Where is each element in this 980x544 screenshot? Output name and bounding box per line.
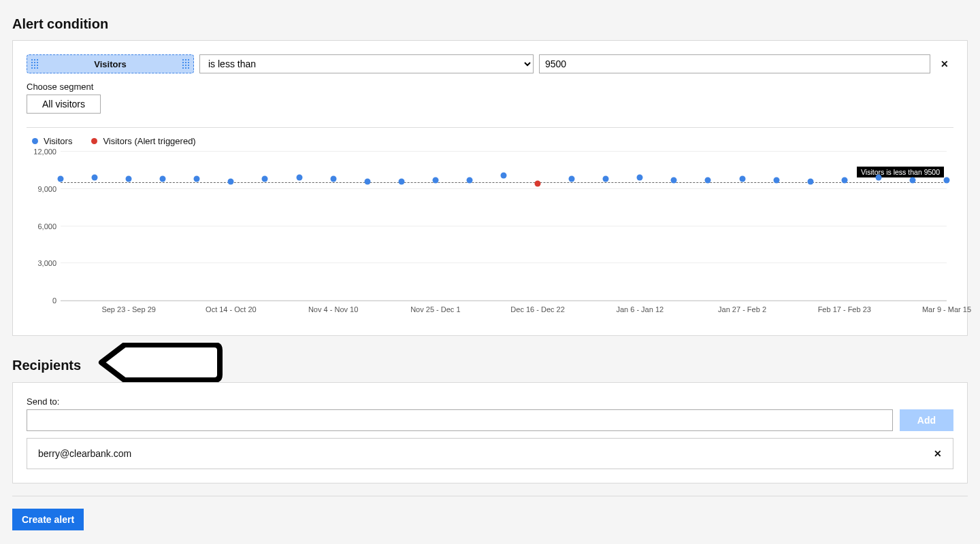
choose-segment-label: Choose segment: [27, 82, 953, 92]
close-icon: ✕: [934, 448, 942, 459]
data-point: [126, 176, 132, 182]
x-tick-label: Jan 6 - Jan 12: [616, 305, 664, 313]
alert-condition-section: Alert condition Visitors is less than ✕: [12, 16, 968, 336]
alert-condition-title: Alert condition: [12, 16, 968, 32]
data-point: [637, 175, 643, 181]
recipients-title: Recipients: [12, 358, 81, 373]
x-tick-label: Jan 27 - Feb 2: [718, 305, 766, 313]
data-point: [705, 177, 711, 183]
x-tick-label: Sep 23 - Sep 29: [101, 305, 156, 313]
data-point: [262, 176, 268, 182]
data-point: [194, 176, 200, 182]
threshold-line: [61, 182, 947, 183]
close-icon: ✕: [941, 58, 949, 69]
x-tick-label: Nov 25 - Dec 1: [410, 305, 460, 313]
chart-legend: Visitors Visitors (Alert triggered): [27, 128, 953, 152]
segment-button[interactable]: All visitors: [27, 95, 101, 114]
remove-recipient-button[interactable]: ✕: [934, 448, 942, 459]
data-point: [569, 176, 575, 182]
legend-dot-icon: [91, 138, 97, 144]
data-point: [807, 178, 813, 184]
legend-item-visitors: Visitors: [32, 136, 72, 146]
create-alert-button[interactable]: Create alert: [12, 509, 84, 530]
legend-dot-icon: [32, 138, 38, 144]
grid-line: [61, 188, 947, 189]
threshold-wrap: [539, 54, 930, 73]
data-point: [841, 177, 847, 183]
data-point: [364, 178, 370, 184]
data-point: [739, 176, 745, 182]
x-tick-label: Nov 4 - Nov 10: [308, 305, 358, 313]
recipients-card: Send to: Add berry@clearbank.com ✕: [12, 382, 968, 483]
y-tick-label: 9,000: [37, 185, 56, 193]
recipients-header: Recipients: [12, 343, 968, 382]
send-to-input[interactable]: [27, 409, 893, 431]
data-point: [228, 178, 234, 184]
x-tick-label: Mar 9 - Mar 15: [922, 305, 971, 313]
x-tick-label: Feb 17 - Feb 23: [818, 305, 871, 313]
recipient-email: berry@clearbank.com: [38, 448, 131, 459]
legend-label: Visitors: [44, 136, 72, 146]
alert-condition-card: Visitors is less than ✕ Choose segment A…: [12, 40, 968, 336]
recipient-row: berry@clearbank.com ✕: [27, 438, 953, 469]
data-point: [773, 177, 779, 183]
send-to-label: Send to:: [27, 396, 953, 407]
chart-plot: 03,0006,0009,00012,000Visitors is less t…: [61, 152, 947, 301]
data-point: [501, 172, 507, 178]
data-point: [398, 178, 404, 184]
data-point: [160, 176, 166, 182]
condition-select[interactable]: is less than: [199, 54, 534, 73]
add-recipient-button[interactable]: Add: [900, 409, 953, 431]
legend-label: Visitors (Alert triggered): [103, 136, 195, 146]
threshold-input[interactable]: [539, 54, 930, 73]
grid-line: [61, 151, 947, 152]
legend-item-triggered: Visitors (Alert triggered): [91, 136, 195, 146]
data-point: [944, 177, 950, 183]
data-point: [671, 177, 677, 183]
y-tick-label: 3,000: [37, 259, 56, 267]
y-tick-label: 0: [52, 296, 56, 305]
remove-condition-button[interactable]: ✕: [936, 55, 953, 73]
data-point: [875, 175, 881, 181]
data-point: [909, 177, 915, 183]
data-point: [58, 176, 64, 182]
data-point: [603, 176, 609, 182]
chart-x-axis: Sep 23 - Sep 29Oct 14 - Oct 20Nov 4 - No…: [61, 301, 947, 322]
x-tick-label: Dec 16 - Dec 22: [510, 305, 564, 313]
grid-line: [61, 300, 947, 301]
y-tick-label: 6,000: [37, 222, 56, 231]
grid-line: [61, 226, 947, 226]
chart-container: Visitors Visitors (Alert triggered) 03,0…: [27, 127, 953, 322]
drag-grip-icon: [182, 59, 189, 69]
drag-grip-icon: [31, 59, 38, 69]
data-point: [92, 175, 98, 181]
data-point: [330, 176, 336, 182]
metric-label: Visitors: [94, 59, 126, 69]
send-to-row: Add: [27, 409, 953, 431]
data-point: [466, 177, 472, 183]
metric-pill[interactable]: Visitors: [27, 54, 194, 73]
data-point: [432, 177, 438, 183]
x-tick-label: Oct 14 - Oct 20: [206, 305, 257, 313]
condition-row: Visitors is less than ✕: [27, 54, 953, 73]
threshold-label: Visitors is less than 9500: [857, 167, 944, 177]
y-tick-label: 12,000: [33, 148, 56, 156]
divider: [12, 496, 968, 496]
grid-line: [61, 262, 947, 263]
data-point: [296, 175, 302, 181]
arrow-left-icon: [97, 343, 223, 382]
data-point: [535, 180, 541, 186]
